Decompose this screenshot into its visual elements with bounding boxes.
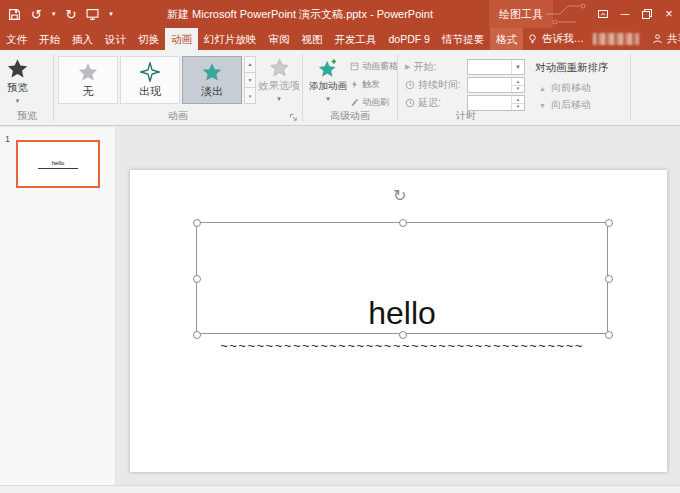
start-combobox[interactable]: ▼ (467, 59, 525, 75)
thumbnail-text: hello (52, 160, 65, 166)
editing-canvas[interactable]: ↻ hello ~~~~~~~~~~~~~~~~~~~~~~~~~~~~~~~~… (117, 127, 680, 485)
signed-in-user[interactable] (593, 33, 639, 45)
duration-spin-arrows: ▲▼ (511, 78, 524, 92)
effect-options-dropdown-icon: ▾ (277, 95, 281, 102)
move-later-icon: ▼ (539, 102, 546, 109)
slide[interactable]: ↻ hello ~~~~~~~~~~~~~~~~~~~~~~~~~~~~~~~~… (130, 170, 667, 472)
window-controls: ─ × (592, 0, 680, 28)
text-box-content: hello (368, 297, 436, 333)
selection-handle[interactable] (399, 219, 407, 227)
group-label-advanced: 高级动画 (304, 109, 396, 123)
slide-number: 1 (5, 134, 10, 144)
tab-animations[interactable]: 动画 (165, 28, 198, 50)
window-title: 新建 Microsoft PowerPoint 演示文稿.pptx - Powe… (110, 0, 490, 28)
selection-handle[interactable] (605, 219, 613, 227)
move-earlier-icon: ▲ (539, 85, 546, 92)
add-animation-label: 添加动画 (309, 80, 347, 93)
spin-up-icon[interactable]: ▲ (512, 96, 524, 104)
tab-view[interactable]: 视图 (296, 28, 329, 50)
group-advanced-animation: 添加动画 ▾ 动画窗格 触发 动画刷 高级动画 (304, 50, 396, 125)
gallery-scroll-up-icon[interactable]: ▲ (245, 57, 255, 73)
spin-up-icon[interactable]: ▲ (512, 78, 524, 86)
tab-transitions[interactable]: 切换 (132, 28, 165, 50)
tab-insert[interactable]: 插入 (66, 28, 99, 50)
trigger-label: 触发 (362, 78, 380, 91)
animation-painter-label: 动画刷 (362, 96, 389, 109)
close-button[interactable]: × (658, 0, 680, 28)
minimize-button[interactable]: ─ (614, 0, 636, 28)
tab-dopdf[interactable]: doPDF 9 (383, 28, 436, 50)
clock-icon (405, 80, 415, 90)
add-animation-star-icon (318, 58, 338, 78)
start-dropdown-icon[interactable]: ▼ (511, 60, 524, 74)
ribbon: 预览 ▾ 预览 无 出现 (0, 50, 680, 126)
spin-down-icon[interactable]: ▼ (512, 86, 524, 93)
selection-handle[interactable] (193, 275, 201, 283)
effect-options-button[interactable]: 效果选项 ▾ (258, 58, 300, 102)
slide-thumbnail[interactable]: hello (16, 140, 100, 188)
animation-appear-label: 出现 (139, 84, 161, 99)
gallery-scrollbar: ▲ ▼ ▾ (244, 56, 256, 104)
tell-me-label: 告诉我… (542, 32, 584, 46)
start-slideshow-icon[interactable] (86, 8, 99, 21)
save-icon[interactable] (8, 8, 21, 21)
selection-handle[interactable] (193, 219, 201, 227)
ribbon-tab-row: 文件 开始 插入 设计 切换 动画 幻灯片放映 审阅 视图 开发工具 doPDF… (0, 28, 680, 50)
animation-none-label: 无 (83, 84, 94, 99)
selected-text-box[interactable]: hello (196, 222, 608, 334)
add-animation-button[interactable]: 添加动画 ▾ (306, 58, 350, 102)
selection-handle[interactable] (605, 275, 613, 283)
tab-design[interactable]: 设计 (99, 28, 132, 50)
trigger-button[interactable]: 触发 (350, 78, 380, 91)
preview-star-icon (7, 58, 28, 79)
tab-format[interactable]: 格式 (490, 28, 523, 50)
tab-developer[interactable]: 开发工具 (329, 28, 383, 50)
animation-dialog-launcher-icon[interactable] (289, 113, 298, 122)
group-separator (302, 54, 303, 121)
tab-file[interactable]: 文件 (0, 28, 33, 50)
group-timing: ▶ 开始: ▼ 持续时间: ▲▼ 延迟: (399, 50, 629, 125)
animation-pane-button[interactable]: 动画窗格 (350, 60, 398, 73)
move-earlier-label: 向前移动 (551, 81, 591, 95)
share-button[interactable]: 共享 (644, 32, 680, 46)
tell-me-button[interactable]: 告诉我… (523, 32, 588, 46)
duration-spinner[interactable]: ▲▼ (467, 77, 525, 93)
contextual-tool-header: 绘图工具 (489, 0, 553, 28)
move-later-button[interactable]: ▼ 向后移动 (539, 98, 591, 112)
delay-value (468, 96, 511, 110)
tab-review[interactable]: 审阅 (263, 28, 296, 50)
start-label: 开始: (413, 60, 436, 74)
play-icon: ▶ (405, 63, 410, 71)
tab-storyboarding[interactable]: 情节提要 (436, 28, 490, 50)
none-star-icon (78, 62, 98, 82)
group-separator (397, 54, 398, 121)
clock-icon (405, 98, 415, 108)
powerpoint-window: ↺ ▾ ↻ ▾ 新建 Microsoft PowerPoint 演示文稿.ppt… (0, 0, 680, 493)
animation-appear-tile[interactable]: 出现 (120, 56, 180, 104)
animation-none-tile[interactable]: 无 (58, 56, 118, 104)
tilde-text-line[interactable]: ~~~~~~~~~~~~~~~~~~~~~~~~~~~~~~~~~~~~~~~~ (196, 338, 608, 353)
group-preview: 预览 ▾ 预览 (2, 50, 52, 125)
titlebar-decoration (546, 0, 590, 28)
ribbon-display-options-button[interactable] (592, 0, 614, 28)
animation-fade-tile[interactable]: 淡出 (182, 56, 242, 104)
thumbnail-line (38, 168, 78, 169)
redo-icon[interactable]: ↻ (65, 8, 76, 21)
effect-options-star-icon (270, 58, 289, 77)
preview-button[interactable]: 预览 ▾ (7, 58, 28, 104)
animation-painter-button[interactable]: 动画刷 (350, 96, 389, 109)
person-icon (652, 33, 663, 45)
undo-icon[interactable]: ↺ (31, 8, 42, 21)
preview-button-label: 预览 (7, 81, 28, 95)
qat-customize-icon[interactable]: ▾ (109, 10, 113, 18)
gallery-more-icon[interactable]: ▾ (245, 88, 255, 103)
restore-button[interactable] (636, 0, 658, 28)
gallery-scroll-down-icon[interactable]: ▼ (245, 73, 255, 89)
undo-dropdown-icon[interactable]: ▾ (52, 10, 56, 18)
tab-home[interactable]: 开始 (33, 28, 66, 50)
rotation-handle-icon[interactable]: ↻ (393, 188, 406, 204)
tab-slideshow[interactable]: 幻灯片放映 (198, 28, 263, 50)
group-label-timing: 计时 (399, 109, 533, 123)
move-earlier-button[interactable]: ▲ 向前移动 (539, 81, 591, 95)
appear-star-icon (140, 62, 160, 82)
